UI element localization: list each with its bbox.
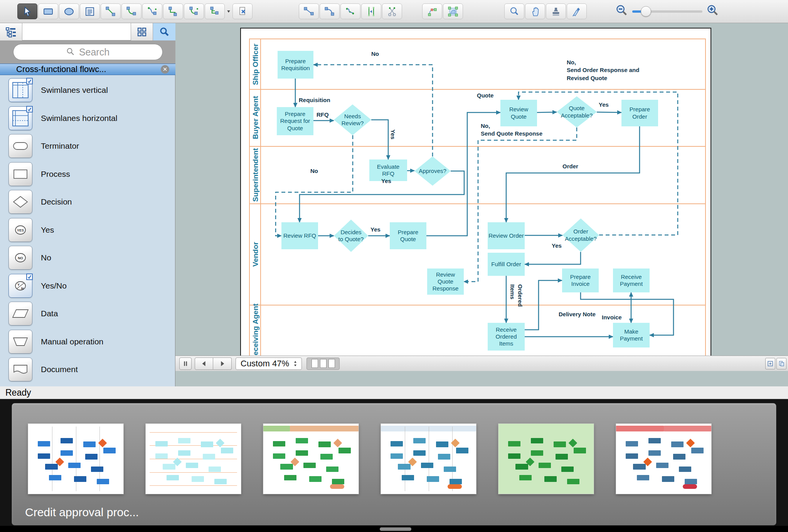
flow-node-fulfill-order[interactable]: Fulfill Order: [488, 253, 525, 276]
flow-label[interactable]: No, Send Order Response and Revised Quot…: [567, 59, 639, 82]
page-thumb[interactable]: [320, 359, 327, 368]
library-tree-button[interactable]: [0, 23, 22, 40]
filmstrip-scroll-handle[interactable]: [380, 527, 411, 531]
document-thumbnail-flowchart-green-orange[interactable]: [263, 424, 359, 494]
needs-review-yes-flow[interactable]: [371, 120, 388, 159]
zoom-tool-button[interactable]: [504, 3, 524, 19]
spline-tool-button[interactable]: [340, 3, 360, 19]
library-grid-view-button[interactable]: [131, 23, 153, 40]
eyedropper-tool-button[interactable]: [567, 3, 587, 19]
flow-node-receive-ordered-items[interactable]: Receive Ordered Items: [488, 323, 525, 351]
flow-node-needs-review[interactable]: Needs Review?: [334, 104, 371, 135]
order-flow[interactable]: [506, 126, 640, 222]
zoom-slider-track[interactable]: [632, 10, 702, 13]
mirror-tool-button[interactable]: [361, 3, 381, 19]
page-thumb[interactable]: [311, 359, 318, 368]
swimlanes-horizontal-icon[interactable]: [8, 106, 32, 130]
document-thumbnail-two-column-flowchart-red-blue[interactable]: [616, 424, 711, 494]
stamp-tool-button[interactable]: [546, 3, 566, 19]
flow-node-prepare-invoice[interactable]: Prepare Invoice: [562, 269, 599, 292]
line-tool-button[interactable]: [299, 3, 319, 19]
shape-list-item-swimlanes-vertical[interactable]: Swimlanes vertical: [0, 76, 175, 104]
flow-node-prepare-order[interactable]: Prepare Order: [621, 100, 658, 126]
connector-direct-tool-button[interactable]: [101, 3, 121, 19]
flow-label[interactable]: Requisition: [299, 96, 330, 104]
fit-page-button[interactable]: [765, 358, 775, 369]
connector-bezier-tool-button[interactable]: [142, 3, 162, 19]
flow-node-quote-acceptable[interactable]: Quote Acceptable?: [557, 96, 597, 128]
document-icon[interactable]: [8, 357, 32, 381]
close-icon[interactable]: ✕: [161, 65, 169, 74]
flow-label[interactable]: No: [371, 50, 379, 58]
process-icon[interactable]: [8, 162, 32, 186]
flow-node-order-acceptable[interactable]: Order Acceptable?: [562, 218, 599, 252]
order-yes-flow[interactable]: [525, 252, 581, 264]
no-icon[interactable]: NO: [8, 246, 32, 270]
delivery-note-flow[interactable]: [525, 280, 562, 330]
select-tool-button[interactable]: [17, 3, 37, 19]
flow-node-receive-payment[interactable]: Receive Payment: [613, 269, 650, 292]
document-thumbnail-swimlane-flowchart-blue-orange[interactable]: [381, 424, 476, 494]
reshape-tool-button[interactable]: [422, 3, 442, 19]
scissors-tool-button[interactable]: [382, 3, 402, 19]
flow-label[interactable]: Invoice: [602, 314, 622, 321]
flow-node-prepare-quote[interactable]: Prepare Quote: [390, 222, 426, 249]
pan-tool-button[interactable]: [525, 3, 545, 19]
pause-button[interactable]: [179, 357, 192, 370]
flow-label[interactable]: RFQ: [317, 111, 329, 119]
document-thumbnail-vertical-swimlane-flowchart-blue[interactable]: [28, 424, 123, 494]
rectangle-tool-button[interactable]: [38, 3, 58, 19]
zoom-out-icon[interactable]: [615, 4, 628, 19]
library-filter-field[interactable]: [22, 23, 131, 40]
flow-label[interactable]: Quote: [477, 92, 493, 99]
shape-list-item-no[interactable]: NONo: [0, 244, 175, 272]
flow-label[interactable]: Yes: [389, 129, 397, 139]
group-tool-button[interactable]: [443, 3, 463, 19]
shape-list-item-yes[interactable]: YESYes: [0, 216, 175, 244]
document-page[interactable]: Ship OfficerBuyer AgentSuperintendentVen…: [240, 28, 711, 370]
flow-node-make-payment[interactable]: Make Payment: [613, 323, 650, 347]
flow-label[interactable]: Order: [562, 163, 578, 170]
shape-list-item-decision[interactable]: Decision: [0, 188, 175, 216]
page-layout-widget[interactable]: [306, 357, 340, 370]
document-thumbnail-cross-functional-flowchart-cyan[interactable]: [146, 424, 241, 494]
checkbox-checked-icon[interactable]: [26, 78, 33, 84]
approves-no-flow[interactable]: [313, 65, 433, 156]
shape-list-item-terminator[interactable]: Terminator: [0, 132, 175, 160]
library-section-header[interactable]: Cross-functional flowc... ✕: [0, 64, 175, 75]
yes-icon[interactable]: YES: [8, 218, 32, 242]
flow-label[interactable]: Yes: [552, 242, 562, 250]
flow-label[interactable]: Yes: [381, 177, 391, 185]
filmstrip-scrollbar[interactable]: [0, 526, 788, 532]
reviewquote-to-decision[interactable]: [537, 112, 557, 112]
decision-icon[interactable]: [8, 190, 32, 214]
delete-page-tool-button[interactable]: [232, 3, 253, 19]
text-tool-button[interactable]: [80, 3, 100, 19]
library-search-toggle-button[interactable]: [153, 23, 175, 40]
arc-tool-button[interactable]: [320, 3, 340, 19]
chevron-down-icon[interactable]: [226, 3, 232, 19]
terminator-icon[interactable]: [8, 134, 32, 158]
checkbox-checked-icon[interactable]: [26, 274, 33, 280]
quote-yes-flow[interactable]: [597, 112, 621, 112]
ellipse-tool-button[interactable]: [59, 3, 79, 19]
zoom-in-icon[interactable]: [706, 4, 719, 19]
zoom-slider-knob[interactable]: [641, 6, 651, 17]
connector-curve-tool-button[interactable]: [184, 3, 204, 19]
flow-node-approves[interactable]: Approves?: [414, 156, 451, 186]
flow-node-evaluate-rfq[interactable]: Evaluate RFQ: [369, 159, 407, 181]
shape-list-item-yes-no[interactable]: YNYes/No: [0, 272, 175, 300]
page-options-button[interactable]: [776, 358, 786, 369]
flow-node-review-rfq[interactable]: Review RFQ: [281, 222, 318, 249]
flow-label[interactable]: Yes: [370, 226, 381, 233]
flow-label[interactable]: Delivery Note: [559, 310, 596, 318]
yes-no-icon[interactable]: YN: [8, 274, 32, 298]
flow-node-review-order[interactable]: Review Order: [488, 222, 525, 249]
checkbox-checked-icon[interactable]: [26, 106, 33, 112]
flow-node-decides-to-quote[interactable]: Decides to Quote?: [334, 220, 368, 252]
flow-label[interactable]: No, Send Quote Response: [481, 122, 542, 138]
flow-label[interactable]: Yes: [599, 101, 609, 109]
shape-list-item-process[interactable]: Process: [0, 160, 175, 188]
page-thumb[interactable]: [328, 359, 335, 368]
stepper-icon[interactable]: [292, 359, 301, 368]
